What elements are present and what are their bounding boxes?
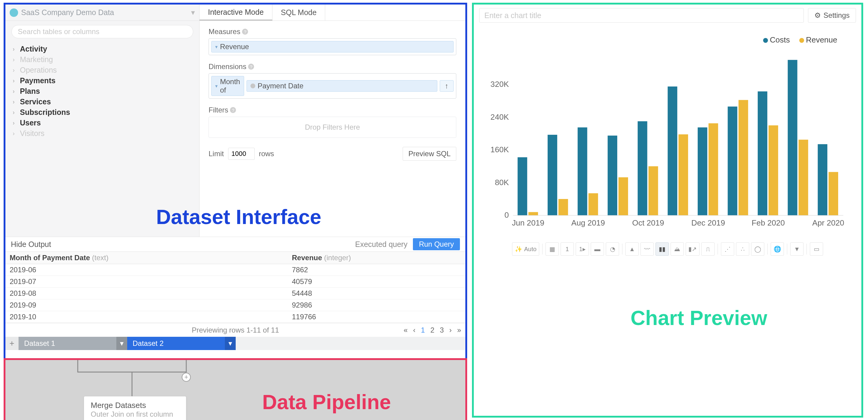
stacked-area-icon[interactable]: ⛰ [671,242,684,256]
schema-table-operations[interactable]: ›Operations [13,65,192,76]
pager-prev[interactable]: ‹ [413,326,415,334]
single-value-icon[interactable]: 1 [561,242,574,256]
svg-text:320K: 320K [490,80,509,89]
measure-pill-revenue[interactable]: ▾Revenue [211,41,454,53]
col-header-revenue[interactable]: Revenue (integer) [288,252,465,264]
svg-text:Feb 2020: Feb 2020 [752,218,785,227]
dimension-pill-payment-date[interactable]: Payment Date [247,80,437,92]
datasource-icon [10,8,18,17]
add-dataset-button[interactable]: + [5,337,19,350]
pager-page-1[interactable]: 1 [421,326,425,334]
bar-revenue [558,199,568,215]
hide-output-button[interactable]: Hide Output [11,240,51,249]
table-row[interactable]: 2019-067862 [5,264,465,276]
svg-text:Oct 2019: Oct 2019 [632,218,664,227]
dimensions-dropzone[interactable]: ▾Month of Payment Date ↑ [209,73,456,98]
schema-table-services[interactable]: ›Services [13,96,192,107]
bar-costs [578,127,587,216]
pager-next[interactable]: › [450,326,452,334]
bar-horizontal-icon[interactable]: ▬ [591,242,604,256]
caret-down-icon: ▾ [215,44,218,50]
tab-sql-mode[interactable]: SQL Mode [273,4,326,21]
preview-sql-button[interactable]: Preview SQL [403,147,456,161]
chart-type-toolbar: ✨ Auto ▦ 1 1▸ ▬ ◔ ▲ 〰 ▮▮ ⛰ ▮↗ ⎍ ⋰ ∴ ◯ 🌐 … [474,239,861,259]
annotation-dataset-interface: Dataset Interface [156,205,321,229]
schema-table-users[interactable]: ›Users [13,118,192,128]
results-table: Month of Payment Date (text) Revenue (in… [5,252,465,323]
bar-revenue [709,123,718,215]
schema-table-visitors[interactable]: ›Visitors [13,128,192,139]
bubble-icon[interactable]: ∴ [736,242,749,256]
bar-revenue [528,212,538,215]
limit-input[interactable] [228,148,255,160]
line-chart-icon[interactable]: 〰 [641,242,654,256]
legend-swatch-revenue [799,38,804,43]
chart-settings-button[interactable]: ⚙Settings [808,8,856,23]
gauge-icon[interactable]: 1▸ [576,242,589,256]
data-pipeline-panel: + + Merge Datasets Outer Join on first c… [4,358,467,420]
chevron-right-icon: › [13,119,18,126]
measures-dropzone[interactable]: ▾Revenue [209,38,456,55]
run-query-button[interactable]: Run Query [413,238,460,250]
pipeline-add-node[interactable]: + [182,373,191,382]
pie-chart-icon[interactable]: ◔ [606,242,619,256]
chevron-right-icon: › [13,56,18,63]
combo-chart-icon[interactable]: ▮↗ [686,242,700,256]
funnel-icon[interactable]: ▼ [790,242,804,256]
dataset-tab-2-menu[interactable]: ▾ [225,337,236,350]
gear-icon: ⚙ [814,11,821,20]
filters-dropzone[interactable]: Drop Filters Here [209,117,456,138]
dimensions-label: Dimensions? [209,62,456,71]
bar-revenue [799,140,808,215]
help-icon[interactable]: ? [230,107,236,113]
limit-label: Limit [209,150,224,158]
chart-title-input[interactable] [479,8,804,23]
bar-costs [638,121,647,215]
bar-revenue [769,125,778,215]
heatmap-icon[interactable]: ◯ [751,242,764,256]
table-row[interactable]: 2019-0992986 [5,299,465,311]
area-chart-icon[interactable]: ▲ [625,242,639,256]
field-type-icon [250,84,255,88]
col-header-month[interactable]: Month of Payment Date (text) [5,252,288,264]
dataset-tab-2[interactable]: Dataset 2▾ [127,337,236,350]
table-row[interactable]: 2019-0740579 [5,276,465,288]
pager-page-3[interactable]: 3 [440,326,444,334]
schema-table-payments[interactable]: ›Payments [13,76,192,86]
custom-chart-icon[interactable]: ▭ [810,242,823,256]
schema-table-subscriptions[interactable]: ›Subscriptions [13,107,192,118]
schema-table-activity[interactable]: ›Activity [13,44,192,54]
scatter-icon[interactable]: ⋰ [721,242,734,256]
tab-interactive-mode[interactable]: Interactive Mode [199,4,273,21]
pipeline-merge-node[interactable]: Merge Datasets Outer Join on first colum… [84,396,186,420]
bar-costs [698,127,707,216]
bar-costs [758,91,767,215]
query-status: Executed query [355,240,407,249]
table-row[interactable]: 2019-10119766 [5,311,465,323]
datasource-selector[interactable]: SaaS Company Demo Data ▾ [5,4,199,21]
chart-preview-panel: ⚙Settings Costs Revenue 080K160K240K320K… [472,3,863,418]
merge-node-title: Merge Datasets [91,401,179,410]
dimension-pill-month[interactable]: ▾Month of [211,76,244,96]
bar-chart-icon[interactable]: ▮▮ [655,242,669,256]
dataset-tab-1[interactable]: Dataset 1▾ [19,337,127,350]
help-icon[interactable]: ? [248,64,254,70]
table-row[interactable]: 2019-0854448 [5,288,465,299]
dataset-tab-1-menu[interactable]: ▾ [116,337,127,350]
search-input[interactable] [11,25,193,38]
bar-revenue [738,100,748,216]
schema-table-marketing[interactable]: ›Marketing [13,54,192,65]
rows-label: rows [259,150,274,158]
help-icon[interactable]: ? [242,29,248,35]
pager-first[interactable]: « [404,326,407,334]
pager-last[interactable]: » [457,326,461,334]
pager-page-2[interactable]: 2 [430,326,434,334]
auto-chart-button[interactable]: ✨ Auto [512,242,539,256]
sparkline-icon[interactable]: ⎍ [701,242,715,256]
sort-asc-pill[interactable]: ↑ [440,80,454,92]
map-icon[interactable]: 🌐 [771,242,784,256]
svg-text:Dec 2019: Dec 2019 [691,218,725,227]
chevron-right-icon: › [13,77,18,84]
table-chart-icon[interactable]: ▦ [546,242,559,256]
schema-table-plans[interactable]: ›Plans [13,86,192,96]
